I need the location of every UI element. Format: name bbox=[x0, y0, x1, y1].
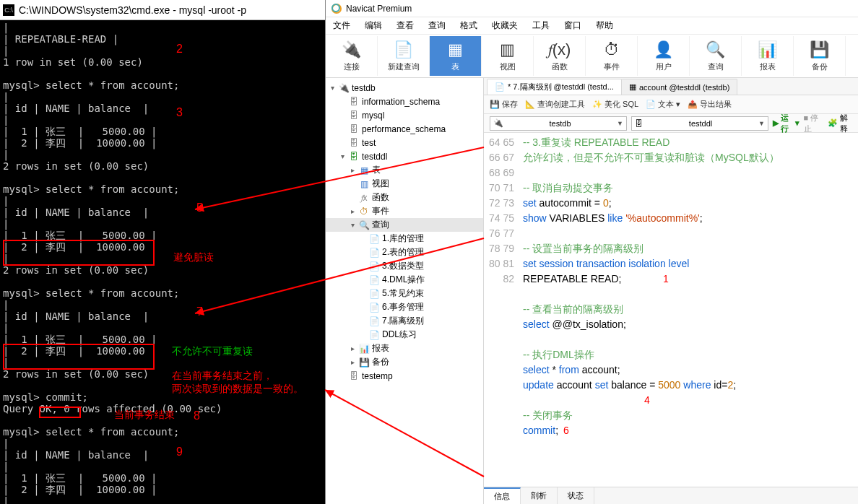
export-result-button[interactable]: 📤 导出结果 bbox=[688, 99, 732, 110]
schema-combo[interactable]: 🗄 testddl▼ bbox=[631, 116, 768, 131]
toolbtn-函数-icon: 𝑓(x) bbox=[548, 40, 571, 59]
tree-5.常见约束[interactable]: 📄5.常见约束 bbox=[326, 287, 483, 300]
tree-information_schema[interactable]: 🗄information_schema bbox=[326, 95, 483, 108]
menu-编辑[interactable]: 编辑 bbox=[365, 19, 382, 32]
work-area: 📄* 7.隔离级别 @testddl (testd...▦account @te… bbox=[484, 78, 858, 504]
tree-查询[interactable]: ▾🔍查询 bbox=[326, 218, 483, 232]
query-builder-button[interactable]: 📐 查询创建工具 bbox=[525, 99, 585, 110]
save-button[interactable]: 💾 保存 bbox=[490, 99, 518, 110]
menu-查询[interactable]: 查询 bbox=[428, 19, 446, 32]
menu-查看[interactable]: 查看 bbox=[396, 19, 414, 32]
toolbtn-视图-icon: ▥ bbox=[500, 40, 515, 59]
anno-num-3: 3 bbox=[176, 107, 183, 118]
tree-4.DML操作[interactable]: 📄4.DML操作 bbox=[326, 273, 483, 287]
main-toolbar: 🔌连接📄新建查询▦表▥视图𝑓(x)函数⏱事件👤用户🔍查询📊报表💾备份 bbox=[326, 35, 858, 78]
tree-test[interactable]: 🗄test bbox=[326, 136, 483, 149]
menu-工具[interactable]: 工具 bbox=[532, 19, 550, 32]
tree-视图[interactable]: ▥视图 bbox=[326, 177, 483, 191]
menu-窗口[interactable]: 窗口 bbox=[564, 19, 581, 32]
code-area[interactable]: -- 3.重复读 REPEATABLE READ 允许幻读，但是不允许不可重复读… bbox=[520, 133, 858, 487]
tree-testemp[interactable]: 🗄testemp bbox=[326, 369, 483, 383]
toolbtn-报表[interactable]: 📊报表 bbox=[742, 36, 794, 76]
tab-* 7.隔离级别 @testddl (testd...[interactable]: 📄* 7.隔离级别 @testddl (testd... bbox=[487, 79, 622, 95]
menu-格式[interactable]: 格式 bbox=[460, 19, 477, 32]
result-tab-剖析[interactable]: 剖析 bbox=[521, 487, 558, 504]
anno-num-2: 2 bbox=[176, 43, 183, 55]
cmd-terminal[interactable]: | | REPEATABLE-READ | | 1 row in set (0.… bbox=[0, 20, 325, 504]
anno-num-5: 5 bbox=[196, 202, 203, 214]
result-tab-状态[interactable]: 状态 bbox=[558, 487, 594, 504]
tab-icon: ▦ bbox=[629, 82, 636, 92]
anno-before-commit: 在当前事务结束之前， bbox=[172, 370, 273, 381]
editor-tabstrip: 📄* 7.隔离级别 @testddl (testd...▦account @te… bbox=[484, 78, 858, 95]
toolbtn-表[interactable]: ▦表 bbox=[430, 36, 482, 76]
tree-2.表的管理[interactable]: 📄2.表的管理 bbox=[326, 246, 483, 259]
editor-anno-4: 4 bbox=[644, 394, 650, 406]
menu-帮助[interactable]: 帮助 bbox=[596, 19, 613, 32]
db-tree[interactable]: ▾🔌testdb🗄information_schema🗄mysql🗄perfor… bbox=[326, 78, 484, 504]
toolbtn-新建查询[interactable]: 📄新建查询 bbox=[378, 36, 430, 76]
toolbtn-报表-icon: 📊 bbox=[758, 40, 777, 59]
query-toolbar: 💾 保存 📐 查询创建工具 ✨ 美化 SQL 📄 文本 ▾ 📤 导出结果 bbox=[484, 95, 858, 114]
tab-account @testddl (testdb)[interactable]: ▦account @testddl (testdb) bbox=[621, 79, 738, 95]
toolbtn-备份-icon: 💾 bbox=[810, 40, 829, 59]
anno-num-8: 8 bbox=[194, 410, 200, 422]
tree-DDL练习[interactable]: 📄DDL练习 bbox=[326, 328, 483, 342]
tree-testddl[interactable]: ▾🗄testddl bbox=[326, 149, 483, 163]
text-button[interactable]: 📄 文本 ▾ bbox=[646, 99, 680, 110]
toolbtn-事件-icon: ⏱ bbox=[604, 40, 620, 59]
navicat-titlebar: Navicat Premium bbox=[326, 0, 858, 17]
tree-7.隔离级别[interactable]: 📄7.隔离级别 bbox=[326, 314, 483, 328]
redbox-result-5 bbox=[3, 240, 155, 266]
editor-anno-1: 1 bbox=[663, 273, 669, 284]
toolbtn-视图[interactable]: ▥视图 bbox=[482, 36, 534, 76]
tree-testdb[interactable]: ▾🔌testdb bbox=[326, 81, 483, 95]
toolbtn-用户-icon: 👤 bbox=[654, 40, 673, 59]
tree-3.数据类型[interactable]: 📄3.数据类型 bbox=[326, 259, 483, 273]
cmd-window: C:\ C:\WINDOWS\system32\cmd.exe - mysql … bbox=[0, 0, 325, 504]
tree-1.库的管理[interactable]: 📄1.库的管理 bbox=[326, 232, 483, 246]
menu-文件[interactable]: 文件 bbox=[333, 19, 350, 32]
menu-收藏夹[interactable]: 收藏夹 bbox=[492, 19, 518, 32]
redbox-result-7 bbox=[3, 344, 155, 370]
anno-no-reread: 不允许不可重复读 bbox=[172, 345, 253, 357]
menubar: 文件编辑查看查询格式收藏夹工具窗口帮助 bbox=[326, 17, 858, 35]
anno-num-7: 7 bbox=[196, 306, 203, 318]
result-tabstrip: 信息剖析状态 bbox=[484, 487, 858, 504]
tree-表[interactable]: ▸▦表 bbox=[326, 163, 483, 177]
toolbtn-连接[interactable]: 🔌连接 bbox=[326, 36, 378, 76]
line-gutter: 64 65 66 67 68 69 70 71 72 73 74 75 76 7… bbox=[484, 133, 520, 487]
toolbtn-事件[interactable]: ⏱事件 bbox=[586, 36, 638, 76]
tree-6.事务管理[interactable]: 📄6.事务管理 bbox=[326, 300, 483, 314]
toolbtn-用户[interactable]: 👤用户 bbox=[638, 36, 690, 76]
toolbtn-函数[interactable]: 𝑓(x)函数 bbox=[534, 36, 586, 76]
navicat-logo-icon bbox=[332, 4, 342, 14]
tree-报表[interactable]: ▸📊报表 bbox=[326, 342, 483, 355]
anno-same-data: 两次读取到的数据是一致的。 bbox=[172, 383, 303, 394]
anno-commit-end: 当前事务结束 bbox=[114, 409, 175, 420]
editor-anno-6: 6 bbox=[563, 425, 569, 436]
toolbtn-备份[interactable]: 💾备份 bbox=[794, 36, 846, 76]
cmd-title: C:\WINDOWS\system32\cmd.exe - mysql -uro… bbox=[19, 4, 246, 16]
stop-button[interactable]: ■ 停止 bbox=[804, 113, 824, 134]
tab-icon: 📄 bbox=[495, 82, 505, 92]
tree-函数[interactable]: 𝑓x函数 bbox=[326, 191, 483, 204]
anno-avoid-dirty: 避免脏读 bbox=[173, 251, 214, 263]
navicat-window: Navicat Premium 文件编辑查看查询格式收藏夹工具窗口帮助 🔌连接📄… bbox=[325, 0, 858, 504]
result-tab-信息[interactable]: 信息 bbox=[484, 487, 521, 504]
run-button[interactable]: ▶ 运行 ▾ bbox=[773, 113, 800, 134]
tree-备份[interactable]: ▸💾备份 bbox=[326, 355, 483, 369]
db-combo[interactable]: 🔌 testdb▼ bbox=[490, 116, 627, 131]
toolbtn-表-icon: ▦ bbox=[448, 40, 463, 59]
toolbtn-新建查询-icon: 📄 bbox=[394, 40, 413, 59]
navicat-title: Navicat Premium bbox=[346, 4, 412, 14]
beautify-sql-button[interactable]: ✨ 美化 SQL bbox=[592, 99, 638, 110]
tree-performance_schema[interactable]: 🗄performance_schema bbox=[326, 122, 483, 136]
toolbtn-查询[interactable]: 🔍查询 bbox=[690, 36, 742, 76]
sql-editor[interactable]: 64 65 66 67 68 69 70 71 72 73 74 75 76 7… bbox=[484, 133, 858, 487]
explain-button[interactable]: 🧩 解释 bbox=[828, 113, 852, 134]
tree-事件[interactable]: ▸⏱事件 bbox=[326, 204, 483, 218]
cmd-icon: C:\ bbox=[3, 4, 14, 16]
tree-mysql[interactable]: 🗄mysql bbox=[326, 108, 483, 122]
cmd-titlebar: C:\ C:\WINDOWS\system32\cmd.exe - mysql … bbox=[0, 0, 325, 20]
